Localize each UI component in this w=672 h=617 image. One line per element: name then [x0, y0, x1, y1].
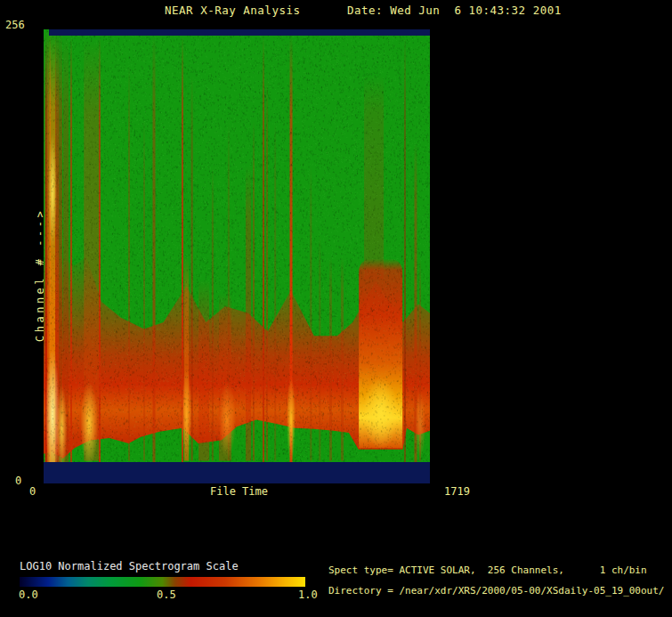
y-axis-min-label: 0 [15, 475, 21, 487]
colorbar-tick-1: 1.0 [298, 589, 318, 601]
spectrogram-canvas [44, 29, 430, 483]
window-title: NEAR X-Ray Analysis [165, 4, 301, 17]
y-axis-max-label: 256 [5, 19, 25, 31]
x-axis-min-label: 0 [29, 485, 36, 498]
directory-label: Directory = /near/xdr/XRS/2000/05-00/XSd… [328, 585, 665, 597]
spect-type-label: Spect type= ACTIVE SOLAR, 256 Channels, … [328, 564, 647, 576]
near-xray-analysis-window: NEAR X-Ray Analysis Date: Wed Jun 6 10:4… [0, 0, 672, 617]
colorbar-title: LOG10 Normalized Spectrogram Scale [20, 560, 239, 572]
colorbar-tick-0: 0.0 [19, 589, 38, 601]
x-axis-title: File Time [210, 485, 268, 498]
colorbar-gradient [20, 577, 305, 587]
date-label: Date: Wed Jun 6 10:43:32 2001 [347, 4, 562, 17]
x-axis-max-label: 1719 [444, 485, 470, 498]
colorbar-tick-05: 0.5 [157, 589, 176, 601]
